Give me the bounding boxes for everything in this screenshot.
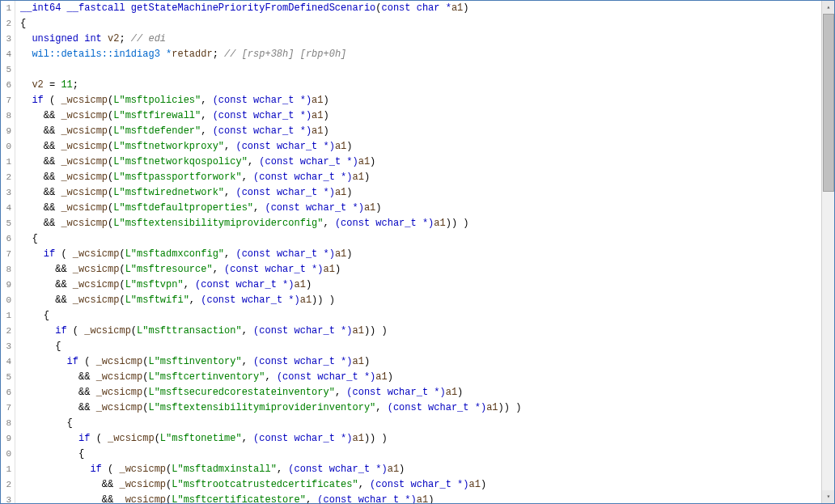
line-number: 9 — [1, 277, 11, 293]
code-line: && _wcsicmp(L"msftnetworkproxy", (const … — [20, 139, 834, 155]
line-number: 9 — [1, 431, 11, 447]
line-number: 2 — [1, 324, 11, 339]
line-number: 0 — [1, 293, 11, 308]
line-number: 7 — [1, 400, 11, 416]
code-line: && _wcsicmp(L"msftcertificatestore", (co… — [20, 493, 834, 503]
line-number: 4 — [1, 201, 11, 216]
code-line: { — [20, 231, 834, 247]
line-number: 6 — [1, 78, 11, 93]
line-number: 7 — [1, 93, 11, 108]
code-line: && _wcsicmp(L"msftextensibilitymiprovide… — [20, 400, 834, 416]
line-number: 7 — [1, 247, 11, 262]
scroll-down-button[interactable]: ▾ — [822, 490, 835, 503]
line-number: 0 — [1, 447, 11, 462]
code-line: v2 = 11; — [20, 78, 834, 93]
vertical-scrollbar[interactable]: ▴ ▾ — [821, 1, 834, 503]
code-line: && _wcsicmp(L"msftrootcatrustedcertifica… — [20, 477, 834, 493]
line-number: 4 — [1, 354, 11, 370]
code-line: { — [20, 339, 834, 354]
line-number-gutter: 1234567890123456789012345678901234567890… — [1, 1, 15, 503]
code-line: { — [20, 416, 834, 431]
code-line: if ( _wcsicmp(L"msftpolicies", (const wc… — [20, 93, 834, 108]
code-line: && _wcsicmp(L"msftvpn", (const wchar_t *… — [20, 277, 834, 293]
code-line: && _wcsicmp(L"msftnetworkqospolicy", (co… — [20, 155, 834, 170]
line-number: 0 — [1, 139, 11, 155]
line-number: 1 — [1, 308, 11, 324]
line-number: 1 — [1, 1, 11, 16]
code-line: && _wcsicmp(L"msftdefender", (const wcha… — [20, 124, 834, 139]
line-number: 1 — [1, 155, 11, 170]
code-line: && _wcsicmp(L"msftpassportforwork", (con… — [20, 170, 834, 185]
line-number: 2 — [1, 16, 11, 32]
code-content[interactable]: __int64 __fastcall getStateMachinePriori… — [15, 1, 834, 503]
code-line: if ( _wcsicmp(L"msftadmxinstall", (const… — [20, 462, 834, 477]
line-number: 1 — [1, 462, 11, 477]
code-line: { — [20, 16, 834, 32]
code-line: if ( _wcsicmp(L"msftonetime", (const wch… — [20, 431, 834, 447]
line-number: 5 — [1, 216, 11, 231]
code-line: && _wcsicmp(L"msftdefaultproperties", (c… — [20, 201, 834, 216]
line-number: 4 — [1, 47, 11, 62]
line-number: 5 — [1, 62, 11, 78]
line-number: 8 — [1, 416, 11, 431]
code-line: if ( _wcsicmp(L"msftadmxconfig", (const … — [20, 247, 834, 262]
code-line: __int64 __fastcall getStateMachinePriori… — [20, 1, 834, 16]
line-number: 3 — [1, 185, 11, 201]
code-line: && _wcsicmp(L"msftcertinventory", (const… — [20, 370, 834, 385]
line-number: 3 — [1, 339, 11, 354]
line-number: 8 — [1, 108, 11, 124]
line-number: 3 — [1, 32, 11, 47]
code-line: && _wcsicmp(L"msftsecuredcorestateinvent… — [20, 385, 834, 400]
code-line: if ( _wcsicmp(L"msftinventory", (const w… — [20, 354, 834, 370]
line-number: 6 — [1, 385, 11, 400]
code-line: && _wcsicmp(L"msftextensibilitymiprovide… — [20, 216, 834, 231]
code-line — [20, 62, 834, 78]
line-number: 3 — [1, 493, 11, 503]
line-number: 6 — [1, 231, 11, 247]
code-line: if ( _wcsicmp(L"msfttransaction", (const… — [20, 324, 834, 339]
line-number: 8 — [1, 262, 11, 277]
scroll-thumb[interactable] — [823, 14, 834, 192]
code-line: { — [20, 308, 834, 324]
code-line: unsigned int v2; // edi — [20, 32, 834, 47]
code-editor: 1234567890123456789012345678901234567890… — [1, 1, 834, 503]
code-line: { — [20, 447, 834, 462]
code-line: && _wcsicmp(L"msftwirednetwork", (const … — [20, 185, 834, 201]
line-number: 2 — [1, 170, 11, 185]
code-line: && _wcsicmp(L"msftfirewall", (const wcha… — [20, 108, 834, 124]
code-line: && _wcsicmp(L"msftwifi", (const wchar_t … — [20, 293, 834, 308]
line-number: 2 — [1, 477, 11, 493]
scroll-up-button[interactable]: ▴ — [822, 1, 835, 14]
code-line: wil::details::in1diag3 *retaddr; // [rsp… — [20, 47, 834, 62]
line-number: 5 — [1, 370, 11, 385]
code-line: && _wcsicmp(L"msftresource", (const wcha… — [20, 262, 834, 277]
line-number: 9 — [1, 124, 11, 139]
